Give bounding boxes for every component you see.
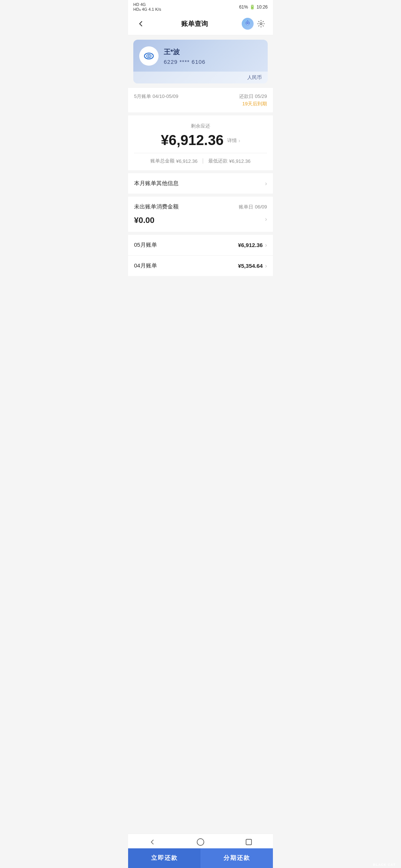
balance-section: 剩余应还 ¥6,912.36 详情 › 账单总金额 ¥6,912.36 最低还款… [128,115,273,170]
robot-avatar-button[interactable] [242,18,254,30]
billing-date-value: 06/09 [255,204,267,210]
header: 账单查询 [128,13,273,35]
unbilled-amount-row: ¥0.00 › [134,213,267,225]
balance-amount: ¥6,912.36 [161,132,224,148]
svg-point-3 [248,23,249,24]
chevron-right-icon: › [265,180,267,187]
billing-date-label: 账单日 [239,204,253,210]
card-number: 6229 **** 6106 [164,59,205,65]
card-username: 王*波 [164,47,205,56]
battery-icon: 🔋 [250,4,255,10]
chevron-right-icon: › [265,242,267,249]
sub-separator [203,158,203,164]
chevron-right-icon: › [265,263,267,269]
month-bill-right-1: ¥5,354.64 › [238,263,267,269]
total-amount: ¥6,912.36 [176,158,198,164]
signal-top: HD 4G [133,2,161,7]
bill-period-right: 还款日 05/29 19天后到期 [239,93,267,107]
other-info-title: 本月账单其他信息 [134,180,179,187]
card-user-info: 王*波 6229 **** 6106 [164,47,205,65]
svg-point-4 [247,20,248,21]
unbilled-amount: ¥0.00 [134,216,154,225]
min-amount: ¥6,912.36 [229,158,251,164]
month-bill-item-0[interactable]: 05月账单 ¥6,912.36 › [128,235,273,256]
other-info-section: 本月账单其他信息 › [128,173,273,194]
month-bill-amount-1: ¥5,354.64 [238,263,263,269]
bill-days-text: 19天后到期 [239,101,267,107]
unbilled-item[interactable]: 未出账单消费金额 账单日 06/09 ¥0.00 › [128,197,273,232]
bill-date-range: 04/10-05/09 [153,93,178,99]
month-bill-amount-0: ¥6,912.36 [238,242,263,248]
card-user-row: 王*波 6229 **** 6106 [133,40,268,72]
svg-point-5 [260,23,262,25]
balance-amount-row: ¥6,912.36 详情 › [134,132,267,148]
signal-bottom: HD₂ 4G 4.1 K/s [133,7,161,12]
svg-point-8 [148,55,150,57]
bill-period-label: 5月账单 [134,93,151,99]
card-section: 王*波 6229 **** 6106 人民币 [133,40,268,83]
status-bar: HD 4G HD₂ 4G 4.1 K/s 61% 🔋 10:26 [128,0,273,13]
unbilled-section: 未出账单消费金额 账单日 06/09 ¥0.00 › [128,197,273,232]
min-label: 最低还款 [208,158,228,164]
card-currency: 人民币 [133,72,268,83]
bank-logo [139,46,159,66]
bill-period-left: 5月账单 04/10-05/09 [134,93,178,100]
month-bill-right-0: ¥6,912.36 › [238,242,267,249]
back-button[interactable] [134,17,147,30]
header-actions [242,18,267,30]
unbilled-title: 未出账单消费金额 [134,203,179,210]
signal-info: HD 4G HD₂ 4G 4.1 K/s [133,2,161,12]
other-info-item[interactable]: 本月账单其他信息 › [128,173,273,194]
balance-detail-button[interactable]: 详情 › [227,137,240,144]
monthly-bills-section: 05月账单 ¥6,912.36 › 04月账单 ¥5,354.64 › [128,235,273,276]
other-info-left: 本月账单其他信息 [134,180,179,187]
bill-due-date: 还款日 05/29 [239,93,267,100]
due-date-value: 05/29 [255,93,267,99]
bill-period: 5月账单 04/10-05/09 还款日 05/29 19天后到期 [128,88,273,112]
svg-point-2 [247,23,247,24]
month-bill-label-0: 05月账单 [134,241,157,249]
chevron-right-icon: › [265,216,267,223]
clock: 10:26 [257,4,268,10]
total-label: 账单总金额 [150,158,175,164]
billing-date-info: 账单日 06/09 [239,204,267,210]
settings-button[interactable] [255,18,267,30]
month-bill-label-1: 04月账单 [134,262,157,269]
chevron-right-icon: › [238,138,240,144]
month-bill-item-1[interactable]: 04月账单 ¥5,354.64 › [128,256,273,276]
detail-label: 详情 [227,137,237,144]
balance-divider [134,153,267,153]
page-title: 账单查询 [147,19,242,28]
battery-time: 61% 🔋 10:26 [239,4,268,10]
other-info-right: › [265,180,267,187]
unbilled-header-row: 未出账单消费金额 账单日 06/09 [134,203,267,210]
battery-level: 61% [239,4,248,10]
due-date-label: 还款日 [239,93,254,99]
balance-sub-row: 账单总金额 ¥6,912.36 最低还款 ¥6,912.36 [134,158,267,164]
balance-label: 剩余应还 [134,123,267,129]
